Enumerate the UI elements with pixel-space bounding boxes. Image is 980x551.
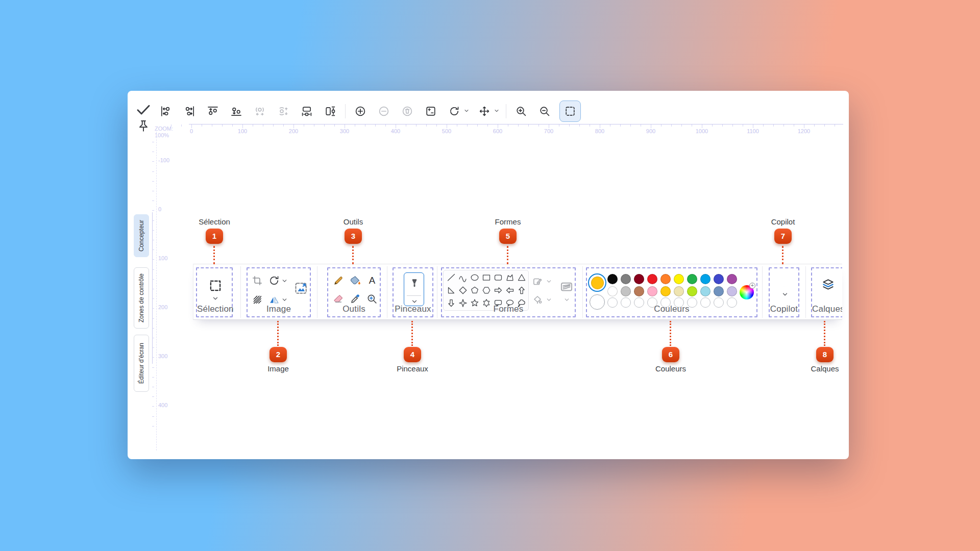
shape-pentagon-icon[interactable]	[470, 285, 480, 295]
select-icon[interactable]	[559, 101, 581, 122]
chevron-down-icon[interactable]	[781, 291, 789, 298]
callout-connector	[213, 246, 215, 264]
callout-8: 8 Calques	[794, 320, 855, 373]
chevron-down-icon[interactable]	[281, 296, 288, 303]
chevron-down-icon[interactable]	[212, 295, 219, 302]
crop-icon[interactable]	[252, 275, 263, 286]
callout-label: Outils	[323, 217, 384, 226]
callout-label: Sélection	[184, 217, 245, 226]
zoom-in-icon[interactable]	[512, 103, 530, 120]
align-bottom-icon[interactable]	[228, 103, 245, 120]
shape-fill-icon[interactable]	[532, 294, 543, 305]
chevron-down-icon[interactable]	[494, 107, 500, 116]
callout-badge: 6	[662, 347, 679, 362]
chevron-down-icon[interactable]	[546, 296, 552, 303]
shape-line-icon[interactable]	[446, 272, 456, 283]
shape-hexagon-icon[interactable]	[481, 285, 492, 295]
callout-label: Calques	[794, 364, 855, 373]
shape-arrow-right-icon[interactable]	[493, 285, 503, 295]
selection-marquee-icon[interactable]	[208, 279, 223, 293]
color-swatch[interactable]	[634, 286, 644, 296]
eraser-icon[interactable]	[332, 293, 345, 305]
align-top-icon[interactable]	[204, 103, 222, 120]
color-swatch[interactable]	[607, 286, 618, 296]
add-icon[interactable]	[352, 103, 369, 120]
shape-thickness-icon[interactable]	[559, 280, 574, 294]
color-swatch[interactable]	[700, 286, 710, 296]
color-swatch[interactable]	[674, 286, 684, 296]
shape-diamond-icon[interactable]	[458, 285, 468, 295]
color-swatch[interactable]	[687, 286, 697, 296]
tab-editeur-ecran[interactable]: Éditeur d'écran	[134, 335, 149, 392]
check-icon[interactable]	[135, 101, 152, 118]
color-swatch[interactable]	[660, 286, 671, 296]
tab-concepteur[interactable]: Concepteur	[134, 214, 149, 257]
rotate-icon[interactable]	[268, 274, 280, 287]
same-width-icon[interactable]	[298, 103, 315, 120]
brush-split-button[interactable]	[404, 272, 424, 306]
color-swatch[interactable]	[647, 286, 657, 296]
callout-badge: 2	[270, 347, 287, 362]
shape-rectangle-icon[interactable]	[481, 272, 492, 283]
chevron-down-icon[interactable]	[281, 278, 288, 284]
color-swatch[interactable]	[714, 274, 724, 284]
ruler-label: 100	[158, 255, 167, 261]
color-swatch[interactable]	[700, 274, 710, 284]
top-toolbar	[157, 101, 581, 122]
group-copilot: Copilot	[769, 267, 799, 317]
align-left-icon[interactable]	[157, 103, 175, 120]
zoom-out-icon[interactable]	[536, 103, 553, 120]
color-swatch[interactable]	[607, 274, 618, 284]
copilot-icon[interactable]	[778, 276, 792, 289]
group-label: Image	[248, 304, 310, 314]
shape-outline-icon[interactable]	[532, 276, 543, 287]
toolbar-divider	[506, 104, 506, 118]
ruler-label: 100	[231, 128, 254, 134]
callout-badge: 5	[499, 229, 517, 244]
shape-polygon-icon[interactable]	[505, 272, 515, 283]
shape-triangle-icon[interactable]	[517, 272, 527, 283]
shape-curve-icon[interactable]	[458, 272, 468, 283]
resize-image-icon[interactable]	[293, 281, 309, 296]
shape-ellipse-icon[interactable]	[470, 272, 480, 283]
color-picker-icon[interactable]	[349, 293, 361, 305]
color-swatch[interactable]	[674, 274, 684, 284]
rotate-icon[interactable]	[446, 103, 463, 120]
color-swatch[interactable]	[714, 286, 724, 296]
group-image: Image	[247, 267, 311, 317]
color-swatch[interactable]	[687, 274, 697, 284]
text-tool-icon[interactable]: A	[366, 274, 378, 287]
primary-color-swatch[interactable]	[588, 273, 606, 292]
shape-arrow-up-icon[interactable]	[517, 285, 527, 295]
shape-right-triangle-icon[interactable]	[446, 285, 456, 295]
fill-bucket-icon[interactable]	[349, 274, 361, 287]
chevron-down-icon[interactable]	[463, 107, 470, 116]
magnifier-icon[interactable]	[366, 293, 378, 305]
size-properties-icon[interactable]	[422, 103, 439, 120]
transparent-selection-icon[interactable]	[252, 294, 263, 305]
color-swatch[interactable]	[647, 274, 657, 284]
callout-connector	[277, 321, 279, 346]
group-label: Outils	[328, 304, 380, 314]
callout-label: Pinceaux	[382, 364, 443, 373]
shape-rounded-rectangle-icon[interactable]	[493, 272, 503, 283]
color-swatch[interactable]	[727, 286, 737, 296]
add-color-icon[interactable]: +	[749, 283, 755, 289]
distribute-horizontal-icon	[251, 103, 268, 120]
tab-zones-de-controle[interactable]: Zones de contrôle	[134, 267, 149, 329]
callout-badge: 3	[345, 229, 362, 244]
layers-icon[interactable]	[821, 278, 835, 291]
ruler-label: 300	[333, 128, 356, 134]
chevron-down-icon[interactable]	[546, 278, 552, 285]
color-swatch[interactable]	[621, 286, 631, 296]
same-height-icon[interactable]	[322, 103, 339, 120]
chevron-down-icon[interactable]	[564, 296, 570, 303]
color-swatch[interactable]	[634, 274, 644, 284]
color-swatch[interactable]	[621, 274, 631, 284]
color-swatch[interactable]	[660, 274, 671, 284]
pencil-icon[interactable]	[332, 274, 345, 287]
align-right-icon[interactable]	[181, 103, 198, 120]
move-icon[interactable]	[476, 103, 493, 120]
shape-arrow-left-icon[interactable]	[505, 285, 515, 295]
color-swatch[interactable]	[727, 274, 737, 284]
